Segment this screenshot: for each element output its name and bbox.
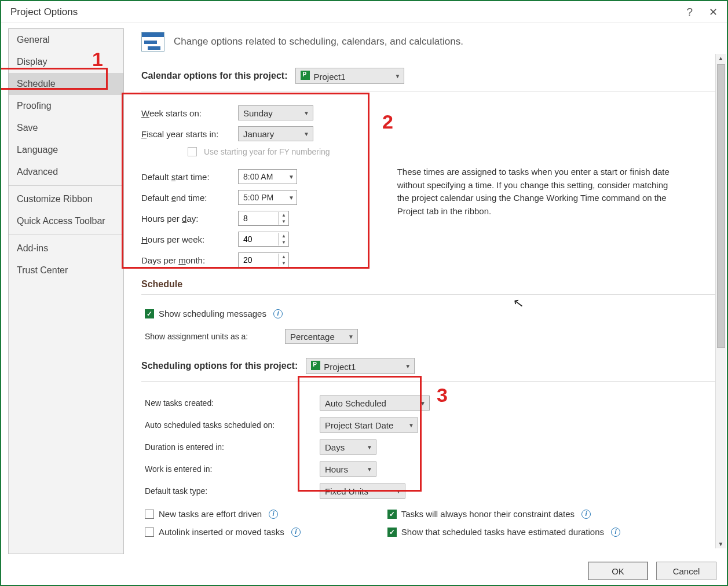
sched-options-label: Scheduling options for this project:: [141, 361, 298, 371]
sidebar-item-trust-center[interactable]: Trust Center: [9, 259, 123, 281]
sidebar-item-display[interactable]: Display: [9, 51, 123, 73]
scroll-up-icon[interactable]: ▲: [716, 54, 726, 63]
chevron-down-icon: [396, 488, 401, 495]
sched-options-project-dropdown[interactable]: Project1: [306, 358, 415, 374]
task-type-label: Default task type:: [145, 486, 313, 496]
annotation-number-2: 2: [382, 111, 393, 133]
work-label: Work is entered in:: [145, 464, 313, 474]
hours-week-input[interactable]: [239, 235, 273, 244]
chevron-down-icon: [367, 466, 372, 473]
fiscal-year-label: Fiscal year starts in:: [141, 129, 231, 139]
hours-week-label: Hours per week:: [141, 235, 231, 244]
estimated-durations-checkbox[interactable]: [387, 528, 397, 537]
fy-numbering-checkbox: [188, 147, 197, 156]
spin-down-icon[interactable]: ▼: [279, 239, 288, 246]
info-icon[interactable]: [269, 510, 278, 519]
chevron-down-icon: [303, 110, 309, 116]
chevron-down-icon: [408, 422, 414, 428]
dialog-footer: OK Cancel: [588, 562, 716, 580]
chevron-down-icon: [288, 174, 294, 180]
sidebar-item-general[interactable]: General: [9, 29, 123, 51]
days-month-input[interactable]: [239, 255, 273, 265]
default-start-dropdown[interactable]: 8:00 AM: [238, 169, 297, 184]
content-pane: Change options related to scheduling, ca…: [124, 23, 727, 554]
sidebar-item-save[interactable]: Save: [9, 117, 123, 139]
work-dropdown[interactable]: Hours: [320, 462, 376, 477]
duration-dropdown[interactable]: Days: [320, 440, 376, 455]
show-scheduling-messages-checkbox[interactable]: [145, 309, 154, 318]
window-title: Project Options: [10, 6, 686, 18]
info-icon[interactable]: [611, 528, 620, 537]
sidebar-item-quick-access[interactable]: Quick Access Toolbar: [9, 210, 123, 232]
spin-down-icon[interactable]: ▼: [279, 218, 288, 225]
chevron-down-icon: [348, 334, 354, 340]
hours-week-spinner[interactable]: ▲▼: [238, 232, 289, 247]
scroll-down-icon[interactable]: ▼: [716, 540, 726, 548]
page-description: Change options related to scheduling, ca…: [174, 36, 463, 47]
divider: [141, 381, 715, 382]
close-icon[interactable]: [709, 6, 718, 19]
days-month-spinner[interactable]: ▲▼: [238, 252, 289, 268]
week-starts-label: Week starts on:: [141, 108, 231, 118]
cancel-button[interactable]: Cancel: [656, 562, 716, 580]
spin-up-icon[interactable]: ▲: [279, 233, 288, 239]
sidebar-item-schedule[interactable]: Schedule: [9, 73, 123, 95]
honor-constraints-checkbox[interactable]: [387, 510, 397, 519]
task-type-dropdown[interactable]: Fixed Units: [320, 484, 405, 499]
sidebar-item-language[interactable]: Language: [9, 139, 123, 161]
new-tasks-label: New tasks created:: [145, 398, 313, 408]
spin-up-icon[interactable]: ▲: [279, 254, 288, 260]
info-icon[interactable]: [291, 528, 301, 537]
new-tasks-dropdown[interactable]: Auto Scheduled: [320, 395, 430, 411]
help-icon[interactable]: [686, 6, 693, 19]
auto-scheduled-on-dropdown[interactable]: Project Start Date: [320, 417, 418, 433]
estimated-durations-label: Show that scheduled tasks have estimated…: [401, 527, 604, 537]
info-icon[interactable]: [581, 510, 591, 519]
spin-up-icon[interactable]: ▲: [279, 212, 288, 218]
default-end-label: Default end time:: [141, 193, 231, 203]
calendar-project-dropdown[interactable]: Project1: [295, 68, 404, 84]
sidebar: General Display Schedule Proofing Save L…: [8, 28, 124, 554]
autolink-label: Autolink inserted or moved tasks: [159, 527, 284, 537]
hours-day-input[interactable]: [239, 214, 273, 223]
info-icon[interactable]: [273, 309, 283, 318]
annotation-number-1: 1: [92, 48, 103, 71]
divider: [9, 235, 123, 235]
chevron-down-icon: [420, 400, 426, 406]
honor-constraints-label: Tasks will always honor their constraint…: [401, 509, 575, 519]
hours-day-spinner[interactable]: ▲▼: [238, 211, 289, 226]
vertical-scrollbar[interactable]: ▲ ▼: [715, 54, 726, 548]
fiscal-year-dropdown[interactable]: January: [238, 126, 313, 141]
sidebar-item-addins[interactable]: Add-ins: [9, 237, 123, 259]
week-starts-dropdown[interactable]: Sunday: [238, 105, 313, 120]
schedule-section-title: Schedule: [141, 279, 715, 290]
chevron-down-icon: [288, 195, 294, 201]
chevron-down-icon: [367, 444, 372, 451]
scroll-thumb[interactable]: [717, 64, 725, 348]
effort-driven-checkbox[interactable]: [145, 510, 154, 519]
chevron-down-icon: [303, 131, 309, 137]
annotation-number-3: 3: [437, 384, 448, 406]
sidebar-item-advanced[interactable]: Advanced: [9, 161, 123, 183]
spin-down-icon[interactable]: ▼: [279, 260, 288, 266]
hours-day-label: Hours per day:: [141, 214, 231, 224]
ok-button[interactable]: OK: [588, 562, 648, 580]
autolink-checkbox[interactable]: [145, 528, 154, 537]
default-start-label: Default start time:: [141, 172, 231, 182]
sidebar-item-customize-ribbon[interactable]: Customize Ribbon: [9, 188, 123, 210]
auto-scheduled-on-label: Auto scheduled tasks scheduled on:: [145, 420, 313, 430]
chevron-down-icon: [405, 363, 411, 369]
sidebar-item-proofing[interactable]: Proofing: [9, 95, 123, 117]
gantt-icon: [141, 32, 164, 52]
default-end-dropdown[interactable]: 5:00 PM: [238, 190, 297, 205]
assignment-units-label: Show assignment units as a:: [145, 332, 278, 341]
calendar-section-label: Calendar options for this project:: [141, 71, 287, 81]
titlebar: Project Options: [1, 1, 727, 23]
show-scheduling-messages-label: Show scheduling messages: [159, 309, 266, 318]
project-icon: [311, 361, 320, 370]
divider: [141, 294, 715, 295]
chevron-down-icon: [395, 73, 401, 79]
assignment-units-dropdown[interactable]: Percentage: [285, 329, 358, 344]
calendar-note: These times are assigned to tasks when y…: [397, 166, 675, 218]
days-month-label: Days per month:: [141, 255, 231, 265]
